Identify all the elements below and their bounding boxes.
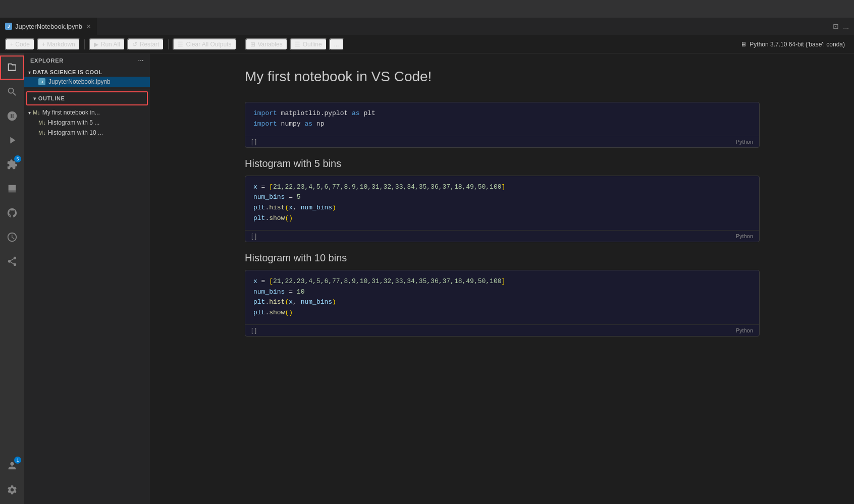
explorer-more-icon[interactable]: ··· [138,58,144,64]
activity-item-search[interactable] [0,80,24,104]
cell-3-lang: Python [736,327,753,333]
section-title-2: Histogram with 10 bins [245,252,760,264]
main-area: 5 1 [0,53,854,504]
outline-item-1[interactable]: M↓ Histogram with 5 ... [24,118,150,128]
file-notebook-icon: J [38,78,45,85]
workspace-folder[interactable]: ▾ DATA SCIENCE IS COOL [24,68,150,77]
identifier: plt [253,203,265,213]
explorer-header-actions: ··· [138,58,144,64]
name: numpy [277,119,305,130]
activity-item-github[interactable] [0,201,24,225]
outline-header[interactable]: ▾ OUTLINE [26,91,148,105]
timeline-icon [7,232,18,243]
name: , [293,203,301,213]
chevron-down-icon: ▾ [28,110,31,116]
bracket: ) [289,308,293,318]
identifier: num_bins [253,287,285,298]
restart-button[interactable]: ↺ Restart [127,38,165,50]
name: . [265,308,269,318]
code-cell-3[interactable]: x = [ 21,22,23,4,5,6,77,8,9,10,31,32,33,… [245,270,760,337]
add-markdown-button[interactable]: + Markdown [37,38,80,50]
bracket: ] [502,276,506,287]
function: hist [269,297,285,308]
files-icon [7,62,18,73]
cell-1-lang: Python [736,139,753,145]
title-bar [0,0,854,18]
bracket: ( [285,213,289,224]
tab-close-button[interactable]: ✕ [85,22,92,31]
outline-item-label-2: Histogram with 10 ... [48,129,103,136]
name: = [285,287,296,298]
keyword: import [253,119,277,130]
code-line-1-2: import numpy as np [253,119,751,130]
outline-item-label-1: Histogram with 5 ... [48,119,100,126]
activity-item-settings[interactable] [0,478,24,502]
code-line-2-4: plt . show ( ) [253,213,751,224]
identifier: x [253,276,257,287]
more-actions-icon[interactable]: ... [843,22,849,30]
outline-label: Outline [303,41,322,48]
variables-label: Variables [258,41,283,48]
cell-2-footer: [ ] Python [245,230,759,242]
outline-item-0[interactable]: ▾ M↓ My first notebook in... [24,107,150,118]
activity-item-run[interactable] [0,128,24,152]
code-line-1-1: import matplotlib.pyplot as plt [253,108,751,119]
add-code-button[interactable]: + Code [5,38,35,50]
code-cell-2[interactable]: x = [ 21,22,23,4,5,6,77,8,9,10,31,32,33,… [245,176,760,242]
name: matplotlib.pyplot [277,108,352,119]
run-icon [7,135,18,146]
section-title-1: Histogram with 5 bins [245,158,760,170]
activity-item-extensions[interactable]: 5 [0,152,24,177]
variables-button[interactable]: ⊞ Variables [245,38,288,50]
code-cell-1[interactable]: import matplotlib.pyplot as plt import n… [245,102,760,148]
identifier: num_bins [301,297,332,308]
outline-button[interactable]: ☰ Outline [290,38,327,50]
number: 21,22,23,4,5,6,77,8,9,10,31,32,33,34,35,… [273,276,501,287]
code-line-2-3: plt . hist ( x , num_bins ) [253,203,751,213]
toolbar-divider-2 [168,39,169,49]
code-cell-2-inner: x = [ 21,22,23,4,5,6,77,8,9,10,31,32,33,… [245,176,759,230]
activity-item-source-control[interactable] [0,104,24,128]
activity-item-explorer[interactable] [0,55,24,80]
keyword: as [352,108,360,119]
tab-filename: JupyterNotebook.ipynb [15,23,82,30]
kernel-info[interactable]: 🖥 Python 3.7.10 64-bit ('base': conda) [736,39,849,49]
notebook-tab[interactable]: J JupyterNotebook.ipynb ✕ [0,18,97,35]
run-all-label: Run All [101,41,120,48]
activity-item-liveshare[interactable] [0,249,24,273]
clear-outputs-label: Clear All Outputs [186,41,231,48]
extensions-badge: 5 [14,155,21,162]
keyword: import [253,108,277,119]
outline-section: ▾ OUTLINE ▾ M↓ My first notebook in... M… [24,89,150,138]
kernel-label: Python 3.7.10 64-bit ('base': conda) [750,41,845,48]
tab-end-actions: ⊡ ... [833,22,854,30]
split-editor-icon[interactable]: ⊡ [833,22,839,30]
bracket: [ [269,182,273,193]
activity-item-timeline[interactable] [0,225,24,249]
bracket: [ [269,276,273,287]
bracket: ( [285,203,289,213]
function: show [269,213,285,224]
notebook-area[interactable]: My first notebook in VS Code! import mat… [150,53,854,504]
explorer-file-item[interactable]: J JupyterNotebook.ipynb [24,77,150,87]
toolbar-more-button[interactable]: ... [329,38,344,50]
bracket: ) [332,203,336,213]
file-name: JupyterNotebook.ipynb [48,78,111,85]
activity-item-account[interactable]: 1 [0,454,24,478]
chevron-down-icon: ▾ [33,96,36,101]
code-line-2-1: x = [ 21,22,23,4,5,6,77,8,9,10,31,32,33,… [253,182,751,193]
github-icon [7,207,18,218]
outline-item-2[interactable]: M↓ Histogram with 10 ... [24,128,150,138]
name: , [293,297,301,308]
outline-icon: ☰ [295,41,300,48]
run-all-button[interactable]: ▶ Run All [89,38,125,50]
number: 10 [297,287,305,298]
name: . [265,213,269,224]
activity-item-remote[interactable] [0,177,24,201]
explorer-header: EXPLORER ··· [24,53,150,68]
clear-outputs-button[interactable]: ☰ Clear All Outputs [173,38,236,50]
name: . [265,297,269,308]
cell-2-lang: Python [736,233,753,239]
outline-marker-2: M↓ [38,130,46,136]
identifier: num_bins [253,192,285,203]
